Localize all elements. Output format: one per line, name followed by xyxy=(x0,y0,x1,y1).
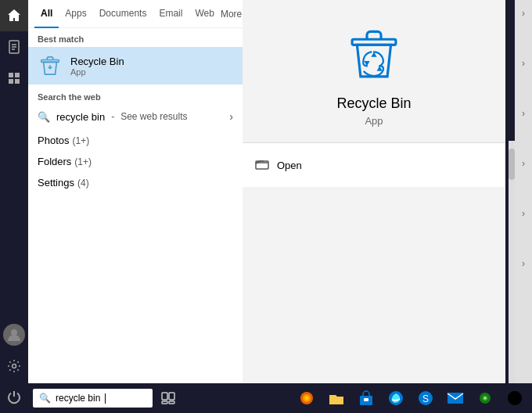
svg-rect-18 xyxy=(169,393,174,400)
svg-point-23 xyxy=(305,397,309,400)
detail-panel: Recycle Bin App Open xyxy=(243,0,505,383)
recycle-bin-icon xyxy=(38,53,63,78)
search-panel: All Apps Documents Email Web More ▾ Feed… xyxy=(28,0,243,413)
folders-category[interactable]: Folders (1+) xyxy=(28,151,243,172)
result-name: Recycle Bin xyxy=(70,56,124,67)
chevron-3[interactable]: › xyxy=(522,108,525,119)
tab-all[interactable]: All xyxy=(34,0,59,28)
taskbar-search-text: recycle bin xyxy=(56,393,100,404)
sidebar-docs-icon[interactable] xyxy=(0,31,28,63)
open-action-icon xyxy=(255,157,269,173)
open-action-label: Open xyxy=(277,160,302,171)
recycle-bin-result[interactable]: Recycle Bin App xyxy=(28,47,243,84)
web-search-item[interactable]: 🔍 recycle bin - See web results › xyxy=(38,106,233,127)
detail-type: App xyxy=(365,115,383,127)
settings-category[interactable]: Settings (4) xyxy=(28,172,243,193)
taskbar-file-explorer[interactable] xyxy=(322,383,350,413)
sidebar-power-icon[interactable] xyxy=(0,382,28,413)
svg-rect-25 xyxy=(364,398,368,401)
settings-count: (4) xyxy=(77,178,89,189)
sidebar-settings-icon[interactable] xyxy=(0,350,28,382)
svg-rect-11 xyxy=(352,39,396,45)
photos-label: Photos xyxy=(38,135,69,146)
svg-rect-4 xyxy=(9,73,13,77)
chevron-6[interactable]: › xyxy=(522,258,525,269)
task-view-button[interactable] xyxy=(154,383,182,413)
svg-rect-5 xyxy=(15,73,20,77)
sidebar-grid-icon[interactable] xyxy=(0,63,28,94)
taskbar-skype[interactable]: S xyxy=(412,383,440,413)
taskbar-xbox[interactable] xyxy=(471,383,499,413)
open-action[interactable]: Open xyxy=(255,151,493,179)
chevron-5[interactable]: › xyxy=(522,208,525,219)
sidebar-avatar[interactable] xyxy=(0,319,28,350)
svg-rect-29 xyxy=(448,393,463,404)
sidebar-home-icon[interactable] xyxy=(0,0,28,31)
svg-text:S: S xyxy=(422,393,429,404)
tab-email[interactable]: Email xyxy=(153,0,189,28)
taskbar-edge[interactable] xyxy=(382,383,410,413)
chevron-strip: › › › › › › xyxy=(515,0,532,383)
detail-name: Recycle Bin xyxy=(336,95,411,112)
svg-point-8 xyxy=(11,329,17,336)
web-search-section: Search the web 🔍 recycle bin - See web r… xyxy=(28,84,243,130)
detail-scrollbar[interactable] xyxy=(509,141,515,413)
svg-point-32 xyxy=(484,397,486,399)
web-search-icon: 🔍 xyxy=(38,111,50,123)
folders-count: (1+) xyxy=(74,156,92,167)
see-results-label: See web results xyxy=(120,111,187,122)
svg-point-9 xyxy=(13,365,16,368)
detail-top: Recycle Bin App xyxy=(243,0,505,143)
detail-big-icon xyxy=(343,23,405,86)
svg-rect-17 xyxy=(162,393,167,400)
tab-apps[interactable]: Apps xyxy=(59,0,92,28)
recycle-bin-text: Recycle Bin App xyxy=(70,56,124,77)
folders-label: Folders xyxy=(38,156,71,167)
svg-point-34 xyxy=(508,391,522,405)
svg-rect-10 xyxy=(41,60,59,63)
taskbar-store[interactable] xyxy=(352,383,380,413)
taskbar-mail[interactable] xyxy=(441,383,469,413)
svg-rect-7 xyxy=(15,79,20,84)
photos-count: (1+) xyxy=(72,135,89,146)
svg-rect-6 xyxy=(9,79,13,84)
photos-category[interactable]: Photos (1+) xyxy=(28,130,243,151)
web-search-label: Search the web xyxy=(38,92,233,102)
taskbar-search-icon: 🔍 xyxy=(39,393,51,404)
svg-rect-20 xyxy=(169,401,174,404)
web-search-query: recycle bin xyxy=(56,111,105,123)
taskbar-cursor xyxy=(105,393,106,404)
chevron-4[interactable]: › xyxy=(522,158,525,169)
settings-label: Settings xyxy=(38,177,74,189)
chevron-2[interactable]: › xyxy=(522,58,525,69)
result-type: App xyxy=(70,67,124,77)
best-match-label: Best match xyxy=(28,28,243,47)
see-results-text: - xyxy=(111,111,114,122)
tab-documents[interactable]: Documents xyxy=(93,0,153,28)
tab-web[interactable]: Web xyxy=(189,0,220,28)
user-avatar xyxy=(3,324,25,346)
detail-actions: Open xyxy=(243,143,505,187)
tab-bar: All Apps Documents Email Web More ▾ Feed… xyxy=(28,0,243,28)
chevron-1[interactable]: › xyxy=(522,8,525,19)
web-search-arrow-icon: › xyxy=(229,110,233,123)
svg-rect-19 xyxy=(162,401,167,404)
taskbar-firefox[interactable] xyxy=(293,383,321,413)
scrollbar-thumb xyxy=(509,149,515,180)
taskbar: 🔍 recycle bin xyxy=(0,383,532,413)
sidebar xyxy=(0,0,28,413)
taskbar-app[interactable] xyxy=(501,383,529,413)
taskbar-search-bar[interactable]: 🔍 recycle bin xyxy=(33,389,153,408)
tab-more-label: More xyxy=(221,9,242,20)
